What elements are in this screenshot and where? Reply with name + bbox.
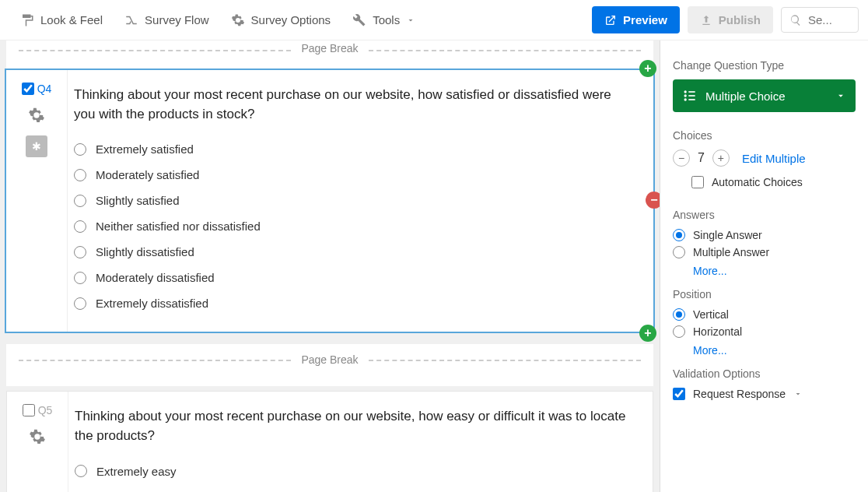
option-label: Neither satisfied nor dissatisfied bbox=[96, 220, 261, 233]
question-card-q5[interactable]: Q5 Thinking about your most recent purch… bbox=[6, 391, 653, 492]
preview-icon bbox=[604, 14, 617, 26]
radio-icon bbox=[74, 246, 86, 258]
question-select-checkbox[interactable]: Q4 bbox=[22, 83, 52, 95]
question-required-icon[interactable]: ✱ bbox=[26, 135, 47, 157]
svg-rect-5 bbox=[688, 99, 695, 100]
type-name: Multiple Choice bbox=[705, 90, 786, 103]
radio-icon bbox=[75, 465, 87, 477]
radio-label: Horizontal bbox=[693, 325, 742, 338]
svg-point-2 bbox=[684, 94, 687, 97]
wrench-icon bbox=[352, 13, 366, 27]
answer-option[interactable]: Moderately dissatisfied bbox=[74, 265, 635, 290]
answer-option[interactable]: Neither satisfied nor dissatisfied bbox=[74, 213, 635, 239]
list-icon bbox=[682, 88, 698, 104]
radio-icon bbox=[74, 272, 86, 284]
question-text[interactable]: Thinking about your most recent purchase… bbox=[75, 407, 634, 445]
question-number: Q5 bbox=[38, 404, 53, 416]
search-icon bbox=[789, 14, 802, 26]
look-and-feel-button[interactable]: Look & Feel bbox=[9, 7, 114, 33]
svg-point-0 bbox=[684, 90, 687, 93]
delete-question-button[interactable]: − bbox=[646, 192, 660, 209]
preview-button[interactable]: Preview bbox=[592, 6, 680, 33]
horizontal-radio[interactable]: Horizontal bbox=[673, 325, 856, 338]
radio-icon bbox=[74, 220, 86, 233]
toolbar-label: Tools bbox=[373, 13, 400, 26]
button-label: Publish bbox=[719, 13, 761, 26]
upload-icon bbox=[700, 14, 712, 26]
automatic-choices-checkbox[interactable]: Automatic Choices bbox=[691, 176, 856, 188]
vertical-radio[interactable]: Vertical bbox=[673, 308, 856, 321]
question-settings-icon[interactable] bbox=[26, 426, 48, 448]
validation-label: Validation Options bbox=[673, 367, 856, 380]
add-question-above-button[interactable]: + bbox=[639, 60, 656, 77]
answer-option[interactable]: Moderately satisfied bbox=[74, 162, 635, 188]
answer-option[interactable]: Extremely satisfied bbox=[74, 136, 635, 162]
multiple-answer-radio[interactable]: Multiple Answer bbox=[673, 246, 856, 258]
option-label: Extremely easy bbox=[96, 465, 177, 478]
option-label: Moderately dissatisfied bbox=[96, 271, 215, 284]
answer-option[interactable]: Extremely easy bbox=[75, 459, 634, 484]
question-card-q4[interactable]: − Q4 ✱ Thinking about your most recent p… bbox=[5, 69, 655, 333]
radio-label: Single Answer bbox=[693, 229, 762, 241]
publish-button: Publish bbox=[688, 6, 773, 33]
toolbar-label: Survey Options bbox=[251, 13, 331, 26]
choices-label: Choices bbox=[673, 129, 856, 142]
checkbox-label: Request Response bbox=[693, 388, 786, 400]
radio-icon bbox=[74, 297, 86, 310]
page-break-label: Page Break bbox=[301, 42, 358, 54]
gear-icon bbox=[231, 13, 245, 27]
chevron-down-icon bbox=[835, 90, 846, 101]
page-break-indicator: Page Break bbox=[12, 349, 647, 371]
survey-flow-button[interactable]: Survey Flow bbox=[114, 7, 220, 33]
chevron-down-icon bbox=[406, 16, 415, 25]
checkbox-label: Automatic Choices bbox=[712, 176, 803, 188]
svg-rect-1 bbox=[688, 91, 695, 93]
flow-icon bbox=[124, 13, 138, 27]
toolbar-label: Look & Feel bbox=[40, 13, 103, 26]
question-text[interactable]: Thinking about your most recent purchase… bbox=[74, 86, 635, 124]
chevron-down-icon bbox=[793, 389, 803, 399]
radio-icon bbox=[74, 195, 86, 207]
answer-option[interactable]: Slightly dissatisfied bbox=[74, 239, 635, 265]
single-answer-radio[interactable]: Single Answer bbox=[673, 229, 856, 241]
tools-dropdown[interactable]: Tools bbox=[341, 7, 426, 33]
answer-option[interactable]: Slightly satisfied bbox=[74, 188, 635, 213]
option-label: Moderately satisfied bbox=[96, 168, 199, 181]
radio-icon bbox=[74, 143, 86, 156]
increase-choices-button[interactable]: + bbox=[712, 149, 730, 167]
answers-more-link[interactable]: More... bbox=[693, 265, 856, 277]
survey-options-button[interactable]: Survey Options bbox=[220, 7, 342, 33]
button-label: Preview bbox=[623, 13, 667, 26]
edit-multiple-link[interactable]: Edit Multiple bbox=[742, 152, 806, 165]
page-break-label: Page Break bbox=[301, 353, 358, 366]
option-label: Extremely dissatisfied bbox=[96, 297, 208, 310]
choices-count: 7 bbox=[698, 151, 705, 165]
option-label: Slightly satisfied bbox=[96, 194, 180, 207]
request-response-checkbox[interactable]: Request Response bbox=[673, 388, 856, 400]
question-type-select[interactable]: Multiple Choice bbox=[673, 79, 856, 112]
add-question-below-button[interactable]: + bbox=[639, 325, 656, 342]
change-type-label: Change Question Type bbox=[673, 59, 856, 72]
page-break-indicator: Page Break bbox=[12, 40, 647, 59]
radio-label: Multiple Answer bbox=[693, 246, 769, 258]
answers-label: Answers bbox=[673, 209, 856, 221]
decrease-choices-button[interactable]: − bbox=[673, 149, 690, 167]
question-settings-icon[interactable] bbox=[26, 104, 47, 126]
answer-option[interactable]: Extremely dissatisfied bbox=[74, 290, 635, 316]
question-number: Q4 bbox=[37, 83, 52, 95]
position-label: Position bbox=[673, 288, 856, 300]
paint-roller-icon bbox=[20, 13, 34, 27]
option-label: Extremely satisfied bbox=[96, 142, 194, 156]
question-select-checkbox[interactable]: Q5 bbox=[23, 404, 53, 416]
toolbar-label: Survey Flow bbox=[145, 13, 209, 26]
svg-point-4 bbox=[684, 98, 687, 100]
svg-rect-3 bbox=[688, 95, 695, 97]
position-more-link[interactable]: More... bbox=[693, 344, 856, 357]
option-label: Slightly dissatisfied bbox=[96, 245, 194, 258]
radio-label: Vertical bbox=[693, 308, 729, 321]
search-input[interactable] bbox=[808, 13, 839, 26]
search-input-container[interactable] bbox=[781, 7, 859, 33]
radio-icon bbox=[74, 169, 86, 181]
